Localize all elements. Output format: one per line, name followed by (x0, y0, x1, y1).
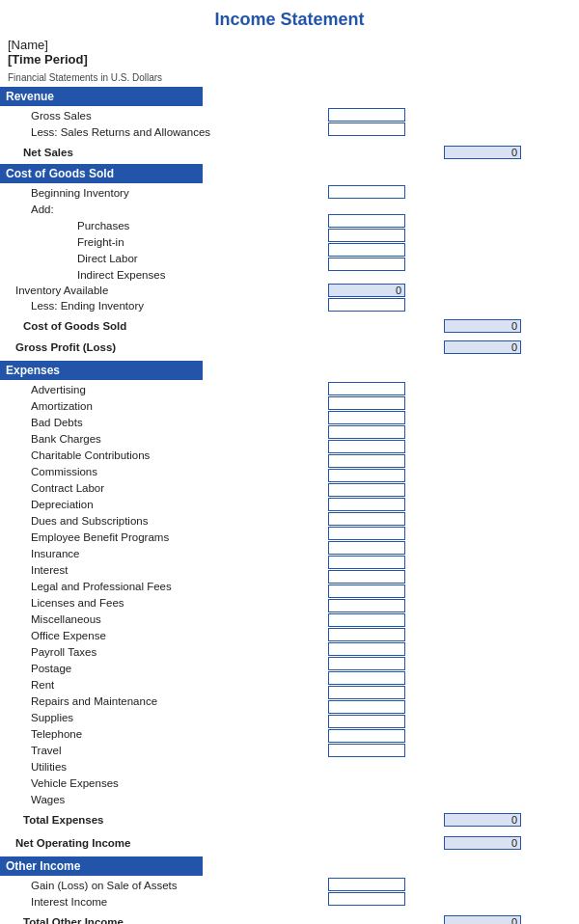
total-expenses-label: Total Expenses (0, 814, 444, 826)
expense-label-23: Utilities (0, 761, 328, 773)
expense-input-24[interactable] (328, 729, 405, 743)
beginning-inventory-input[interactable] (328, 185, 405, 199)
expense-label-17: Postage (0, 663, 328, 674)
expense-input-16[interactable] (328, 613, 405, 627)
purchases-label: Purchases (0, 220, 328, 231)
gross-sales-input[interactable] (328, 108, 405, 122)
expense-label-11: Interest (0, 564, 328, 576)
cogs-header: Cost of Goods Sold (0, 164, 203, 183)
net-sales-label: Net Sales (0, 147, 444, 158)
gross-sales-label: Gross Sales (0, 110, 328, 122)
expense-input-17[interactable] (328, 628, 405, 641)
ending-inventory-input[interactable] (328, 298, 405, 312)
expense-input-19[interactable] (328, 657, 405, 670)
gross-profit-value: 0 (444, 340, 521, 354)
expense-input-8[interactable] (328, 498, 405, 511)
total-other-income-label: Total Other Income (0, 916, 444, 924)
expense-label-22: Travel (0, 745, 328, 756)
total-expenses-value: 0 (444, 813, 521, 827)
expense-input-1[interactable] (328, 396, 405, 410)
name-field: [Name] (8, 38, 579, 52)
subtitle: Financial Statements in U.S. Dollars (8, 72, 579, 83)
indirect-expenses-label: Indirect Expenses (0, 269, 328, 281)
beginning-inventory-label: Beginning Inventory (0, 187, 328, 199)
expense-input-10[interactable] (328, 527, 405, 540)
expense-label-6: Contract Labor (0, 482, 328, 494)
expense-label-0: Advertising (0, 384, 328, 395)
expense-label-25: Wages (0, 794, 328, 805)
cogs-total-label: Cost of Goods Sold (0, 320, 444, 332)
expense-input-5[interactable] (328, 454, 405, 468)
freight-input[interactable] (328, 229, 405, 242)
less-sales-input[interactable] (328, 122, 405, 136)
expense-label-5: Commissions (0, 466, 328, 477)
expense-input-12[interactable] (328, 556, 405, 569)
other-income-label-0: Gain (Loss) on Sale of Assets (0, 880, 328, 891)
direct-labor-label: Direct Labor (0, 253, 328, 264)
period-field: [Time Period] (8, 52, 579, 67)
net-operating-label: Net Operating Income (0, 837, 444, 849)
other-income-header: Other Income (0, 856, 203, 876)
expense-input-3[interactable] (328, 425, 405, 439)
expense-label-24: Vehicle Expenses (0, 777, 328, 789)
less-ending-label: Less: Ending Inventory (0, 300, 328, 312)
expense-input-11[interactable] (328, 541, 405, 555)
purchases-input[interactable] (328, 214, 405, 228)
indirect-expenses-input[interactable] (328, 258, 405, 271)
expense-label-7: Depreciation (0, 499, 328, 510)
expense-input-2[interactable] (328, 411, 405, 424)
expense-input-15[interactable] (328, 599, 405, 612)
revenue-header: Revenue (0, 87, 203, 106)
expense-input-9[interactable] (328, 512, 405, 526)
expense-input-4[interactable] (328, 440, 405, 453)
cogs-total-value: 0 (444, 319, 521, 333)
inventory-available-value: 0 (328, 284, 405, 297)
expense-label-4: Charitable Contributions (0, 449, 328, 461)
net-operating-value: 0 (444, 836, 521, 850)
expense-input-13[interactable] (328, 570, 405, 584)
expense-label-8: Dues and Subscriptions (0, 515, 328, 527)
page-title: Income Statement (0, 10, 579, 30)
expense-label-1: Amortization (0, 400, 328, 412)
expense-label-13: Licenses and Fees (0, 597, 328, 609)
expense-input-0[interactable] (328, 382, 405, 395)
expense-input-21[interactable] (328, 686, 405, 699)
expense-label-21: Telephone (0, 728, 328, 740)
net-sales-value: 0 (444, 146, 521, 159)
add-label: Add: (0, 204, 328, 215)
expense-label-14: Miscellaneous (0, 613, 328, 625)
expense-label-15: Office Expense (0, 630, 328, 641)
other-income-input-1[interactable] (328, 892, 405, 906)
expense-input-14[interactable] (328, 584, 405, 598)
direct-labor-input[interactable] (328, 243, 405, 257)
less-sales-label: Less: Sales Returns and Allowances (0, 126, 328, 138)
freight-label: Freight-in (0, 236, 328, 248)
expense-input-22[interactable] (328, 700, 405, 714)
expense-input-18[interactable] (328, 642, 405, 656)
other-income-label-1: Interest Income (0, 896, 328, 908)
expense-label-18: Rent (0, 679, 328, 691)
inventory-available-label: Inventory Available (0, 285, 328, 296)
expense-label-19: Repairs and Maintenance (0, 695, 328, 707)
expense-label-2: Bad Debts (0, 417, 328, 428)
expense-label-12: Legal and Professional Fees (0, 581, 328, 592)
expense-label-16: Payroll Taxes (0, 646, 328, 658)
expense-label-9: Employee Benefit Programs (0, 531, 328, 543)
expense-input-6[interactable] (328, 469, 405, 482)
expenses-header: Expenses (0, 361, 203, 380)
expense-input-7[interactable] (328, 483, 405, 497)
expense-label-20: Supplies (0, 712, 328, 723)
expense-label-3: Bank Charges (0, 433, 328, 445)
expense-label-10: Insurance (0, 548, 328, 559)
total-other-income-value: 0 (444, 915, 521, 924)
expense-input-23[interactable] (328, 715, 405, 728)
gross-profit-label: Gross Profit (Loss) (0, 341, 444, 353)
other-income-input-0[interactable] (328, 878, 405, 891)
expense-input-20[interactable] (328, 671, 405, 685)
expense-input-25[interactable] (328, 744, 405, 757)
